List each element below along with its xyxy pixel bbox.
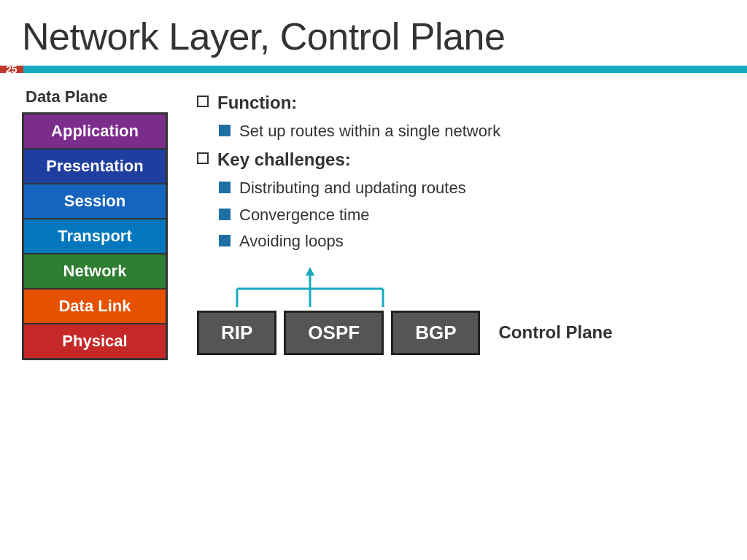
challenge-1-bullet: Distributing and updating routes bbox=[219, 178, 725, 199]
ospf-box: OSPF bbox=[284, 311, 384, 355]
diagram-area: RIP OSPF BGP Control Plane bbox=[197, 267, 725, 355]
challenge-2-bullet: Convergence time bbox=[219, 205, 725, 226]
challenges-heading: Key challenges: bbox=[217, 148, 351, 171]
layer-application: Application bbox=[24, 114, 166, 149]
challenges-bullet: Key challenges: bbox=[197, 148, 725, 171]
function-bullet: Function: bbox=[197, 91, 725, 114]
slide-number: 25 bbox=[0, 66, 23, 73]
layer-transport: Transport bbox=[24, 219, 166, 254]
layer-datalink: Data Link bbox=[24, 289, 166, 324]
function-heading: Function: bbox=[217, 91, 297, 114]
main-bullet-list: Function: Set up routes within a single … bbox=[197, 91, 725, 252]
right-panel: Function: Set up routes within a single … bbox=[197, 88, 725, 360]
data-plane-label: Data Plane bbox=[22, 88, 108, 106]
challenge-2-icon bbox=[219, 209, 231, 220]
layer-network: Network bbox=[24, 254, 166, 289]
left-panel: Data Plane Application Presentation Sess… bbox=[22, 88, 168, 360]
slide-title: Network Layer, Control Plane bbox=[0, 0, 747, 66]
svg-marker-5 bbox=[306, 267, 314, 276]
function-icon bbox=[197, 96, 209, 107]
challenge-1-text: Distributing and updating routes bbox=[239, 178, 466, 199]
bgp-box: BGP bbox=[391, 311, 480, 355]
layer-session: Session bbox=[24, 184, 166, 219]
challenge-1-icon bbox=[219, 182, 231, 193]
function-sub-icon bbox=[219, 125, 231, 136]
challenge-3-text: Avoiding loops bbox=[239, 231, 344, 252]
content-area: Data Plane Application Presentation Sess… bbox=[0, 73, 747, 375]
bracket-svg bbox=[197, 267, 423, 311]
control-plane-label: Control Plane bbox=[498, 322, 612, 343]
layer-physical: Physical bbox=[24, 324, 166, 358]
protocol-boxes: RIP OSPF BGP Control Plane bbox=[197, 311, 613, 355]
challenge-2-text: Convergence time bbox=[239, 205, 370, 226]
challenge-3-bullet: Avoiding loops bbox=[219, 231, 725, 252]
layer-presentation: Presentation bbox=[24, 149, 166, 184]
challenge-3-icon bbox=[219, 235, 231, 246]
rip-box: RIP bbox=[197, 311, 276, 355]
slide-container: Network Layer, Control Plane 25 Data Pla… bbox=[0, 0, 747, 560]
challenges-icon bbox=[197, 152, 209, 164]
function-sub-text: Set up routes within a single network bbox=[239, 121, 500, 142]
layers-stack: Application Presentation Session Transpo… bbox=[22, 112, 168, 360]
teal-bar: 25 bbox=[0, 66, 747, 73]
function-sub-bullet: Set up routes within a single network bbox=[219, 121, 725, 142]
